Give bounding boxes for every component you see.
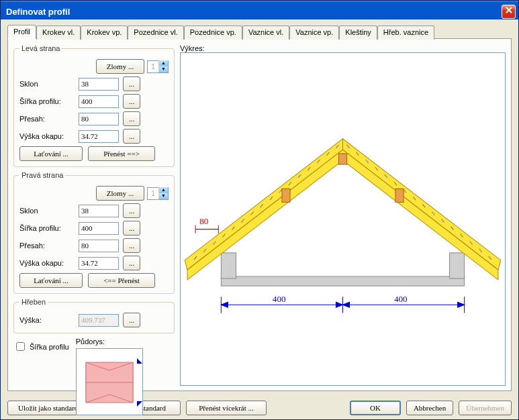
left-presah-input[interactable] (79, 113, 119, 125)
tab-krokev-vl[interactable]: Krokev vl. (36, 25, 81, 40)
legend-left: Levá strana (19, 44, 62, 52)
group-hreben: Hřeben Výška: ... (13, 298, 175, 333)
left-presah-more-button[interactable]: ... (123, 111, 140, 126)
sirka-profilu-checkbox-label: Šířka profilu (30, 343, 69, 351)
left-zlomy-spinner-value: 1 (148, 62, 158, 70)
svg-marker-10 (343, 139, 501, 270)
svg-rect-5 (221, 276, 464, 286)
spinner-up-icon[interactable]: ▲ (158, 60, 168, 66)
right-sklon-more-button[interactable]: ... (123, 203, 140, 218)
left-sklon-label: Sklon (19, 80, 79, 88)
left-prenest-button[interactable]: Přenést ==> (88, 146, 155, 161)
svg-marker-57 (458, 302, 465, 307)
svg-rect-45 (338, 154, 346, 164)
tab-vaznice-vl[interactable]: Vaznice vl. (242, 25, 289, 40)
hreben-vyska-input (79, 314, 119, 327)
plan-view (76, 348, 143, 415)
left-zlomy-button[interactable]: Zlomy ... (96, 59, 144, 74)
sirka-profilu-checkbox-input[interactable] (16, 342, 25, 351)
left-zlomy-spinner[interactable]: 1 ▲▼ (147, 60, 169, 73)
legend-right: Pravá strana (19, 171, 65, 179)
left-sirka-label: Šířka profilu: (19, 97, 79, 105)
right-vyska-okapu-more-button[interactable]: ... (123, 256, 140, 270)
left-vyska-okapu-more-button[interactable]: ... (123, 129, 140, 144)
tab-pozednice-vp[interactable]: Pozednice vp. (184, 25, 242, 40)
svg-rect-6 (221, 253, 236, 278)
right-presah-label: Přesah: (19, 242, 79, 250)
left-latovani-button[interactable]: Laťování ... (19, 146, 83, 161)
svg-marker-3 (137, 358, 142, 364)
right-sklon-label: Sklon (19, 207, 79, 215)
hreben-vyska-label: Výška: (19, 316, 79, 324)
window-title: Definovat profil (6, 7, 70, 17)
plan-drawing (77, 349, 142, 415)
group-right-side: Pravá strana Zlomy ... 1 ▲▼ Sklon ... Ší… (13, 171, 175, 294)
pudorys-label: Půdorys: (76, 337, 143, 346)
right-vyska-okapu-input[interactable] (79, 257, 119, 270)
right-zlomy-spinner[interactable]: 1 ▲▼ (147, 187, 169, 200)
svg-marker-56 (343, 302, 350, 307)
roof-drawing: 80 400 400 (181, 53, 505, 385)
dim-left-value: 400 (273, 294, 286, 304)
close-button[interactable] (502, 5, 516, 19)
right-vyska-okapu-label: Výška okapu: (19, 259, 79, 267)
left-sklon-more-button[interactable]: ... (123, 76, 140, 91)
right-zlomy-spinner-value: 1 (148, 189, 158, 197)
right-sirka-label: Šířka profilu: (19, 224, 79, 232)
overhang-value: 80 (199, 216, 209, 226)
hreben-more-button[interactable]: ... (123, 313, 140, 327)
dim-right-value: 400 (394, 294, 408, 304)
left-presah-label: Přesah: (19, 115, 79, 123)
tab-klestiny[interactable]: Kleštiny (339, 25, 377, 40)
left-vyska-okapu-label: Výška okapu: (19, 132, 79, 140)
spinner-down-icon[interactable]: ▼ (158, 193, 168, 199)
right-latovani-button[interactable]: Laťování ... (19, 273, 83, 288)
right-sirka-input[interactable] (79, 222, 119, 235)
tab-hreb-vaznice[interactable]: Hřeb. vaznice (377, 25, 434, 40)
vykres-label: Výkres: (180, 44, 506, 52)
right-zlomy-button[interactable]: Zlomy ... (96, 186, 144, 201)
ok-button[interactable]: OK (350, 401, 401, 415)
close-icon (505, 6, 513, 14)
spinner-down-icon[interactable]: ▼ (158, 66, 168, 72)
tab-profil[interactable]: Profil (7, 25, 36, 39)
svg-rect-7 (449, 253, 464, 278)
svg-marker-55 (336, 302, 342, 307)
sirka-profilu-checkbox[interactable]: Šířka profilu (13, 340, 69, 353)
spinner-up-icon[interactable]: ▲ (158, 187, 168, 193)
drawing-canvas: 80 400 400 (180, 52, 506, 386)
right-presah-input[interactable] (79, 240, 119, 252)
tab-pozednice-vl[interactable]: Pozednice vl. (128, 25, 183, 40)
left-sirka-more-button[interactable]: ... (123, 94, 140, 109)
tab-krokev-vp[interactable]: Krokev vp. (81, 25, 128, 40)
multi-transfer-button[interactable]: Přenést vícekrát ... (186, 401, 267, 415)
svg-rect-43 (282, 189, 290, 202)
right-sklon-input[interactable] (79, 205, 119, 217)
svg-marker-54 (221, 302, 228, 307)
right-presah-more-button[interactable]: ... (123, 238, 140, 253)
right-prenest-button[interactable]: <== Přenést (88, 273, 155, 288)
group-left-side: Levá strana Zlomy ... 1 ▲▼ Sklon ... Šíř… (13, 44, 175, 167)
right-sirka-more-button[interactable]: ... (123, 221, 140, 235)
left-sklon-input[interactable] (79, 78, 119, 91)
svg-marker-4 (137, 401, 142, 407)
left-vyska-okapu-input[interactable] (79, 130, 119, 143)
left-sirka-input[interactable] (79, 95, 119, 108)
cancel-button[interactable]: Abbrechen (406, 401, 453, 415)
tab-vaznice-vp[interactable]: Vaznice vp. (289, 25, 339, 40)
svg-rect-44 (395, 189, 404, 202)
overhang-dimension: 80 (195, 216, 218, 233)
tabstrip: Profil Krokev vl. Krokev vp. Pozednice v… (7, 25, 512, 39)
svg-marker-9 (185, 139, 342, 270)
legend-hreben: Hřeben (19, 298, 48, 306)
apply-button: Übernehmen (459, 401, 512, 415)
